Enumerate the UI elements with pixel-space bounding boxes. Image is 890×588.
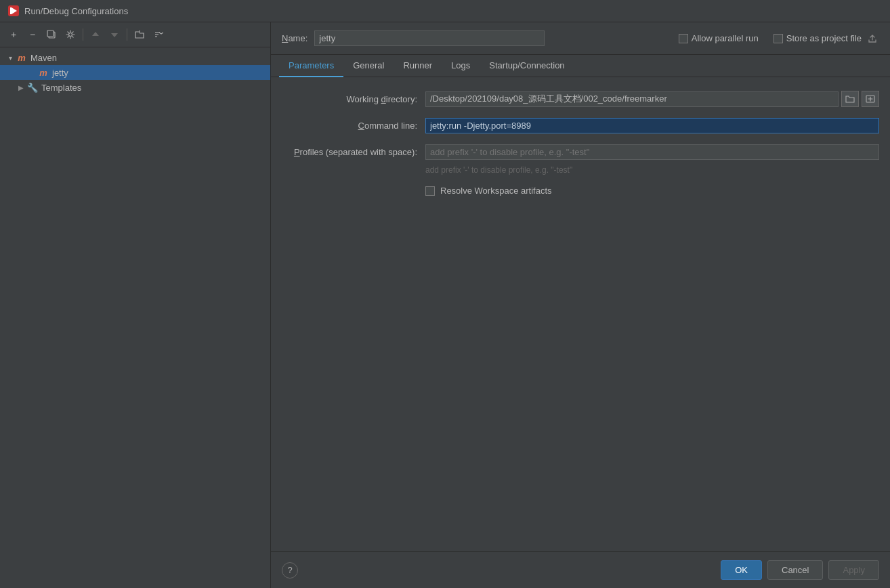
resolve-workspace-label: Resolve Workspace artifacts xyxy=(440,186,552,196)
apply-button[interactable]: Apply xyxy=(828,560,879,580)
profiles-row: Profiles (separated with space): xyxy=(282,144,879,160)
app-icon xyxy=(8,5,19,16)
name-field-label: Name: xyxy=(282,33,308,43)
parameters-content: Working directory: xyxy=(271,77,890,551)
allow-parallel-wrap: Allow parallel run xyxy=(679,33,759,43)
tree-item-templates[interactable]: ▶ 🔧 Templates xyxy=(0,80,270,95)
profiles-hint: add prefix '-' to disable profile, e.g. … xyxy=(282,165,879,175)
svg-marker-6 xyxy=(111,33,118,37)
sort-button[interactable] xyxy=(150,26,167,43)
maven-icon: m xyxy=(16,52,27,63)
left-panel: + − xyxy=(0,22,271,588)
working-directory-input[interactable] xyxy=(425,91,839,107)
toolbar: + − xyxy=(0,22,270,47)
tab-logs[interactable]: Logs xyxy=(442,55,480,77)
help-button[interactable]: ? xyxy=(282,562,298,579)
wrench-icon: 🔧 xyxy=(27,82,38,93)
allow-parallel-checkbox[interactable] xyxy=(679,34,688,43)
browse-folder-button[interactable] xyxy=(841,91,859,107)
settings-button[interactable] xyxy=(62,26,79,43)
svg-point-4 xyxy=(69,33,72,37)
svg-rect-3 xyxy=(47,30,54,37)
command-line-input[interactable] xyxy=(425,118,879,133)
right-panel: Name: Allow parallel run Store as projec… xyxy=(271,22,890,588)
move-up-button[interactable] xyxy=(87,26,104,43)
working-directory-row: Working directory: xyxy=(282,91,879,107)
folder-button[interactable] xyxy=(131,26,148,43)
maven-arrow: ▾ xyxy=(5,53,15,62)
separator-1 xyxy=(83,28,83,41)
copy-button[interactable] xyxy=(43,26,60,43)
profiles-label: Profiles (separated with space): xyxy=(282,147,417,157)
maven-label: Maven xyxy=(30,53,57,63)
remove-button[interactable]: − xyxy=(24,26,41,43)
allow-parallel-label: Allow parallel run xyxy=(692,33,759,43)
separator-2 xyxy=(127,28,127,41)
working-directory-label: Working directory: xyxy=(282,94,417,104)
working-directory-input-wrap xyxy=(425,91,879,107)
content-area: + − xyxy=(0,22,890,588)
command-line-row: Command line: xyxy=(282,118,879,133)
add-button[interactable]: + xyxy=(5,26,22,43)
store-project-label: Store as project file xyxy=(786,33,862,43)
tab-parameters[interactable]: Parameters xyxy=(279,55,343,77)
tree-item-maven[interactable]: ▾ m Maven xyxy=(0,50,270,65)
tree-area: ▾ m Maven m jetty ▶ xyxy=(0,47,270,588)
profiles-input[interactable] xyxy=(425,144,879,160)
tabs-row: Parameters General Runner Logs Startup/C… xyxy=(271,55,890,77)
cancel-button[interactable]: Cancel xyxy=(767,560,823,580)
browse-macro-button[interactable] xyxy=(862,91,879,107)
tab-general[interactable]: General xyxy=(343,55,394,77)
ok-button[interactable]: OK xyxy=(721,560,762,580)
move-down-button[interactable] xyxy=(106,26,123,43)
jetty-icon: m xyxy=(38,67,49,78)
title-bar: Run/Debug Configurations xyxy=(0,0,890,22)
svg-rect-1 xyxy=(10,7,12,14)
tab-runner[interactable]: Runner xyxy=(394,55,442,77)
command-line-label: Command line: xyxy=(282,121,417,131)
parallel-area: Allow parallel run Store as project file xyxy=(679,32,879,45)
resolve-workspace-checkbox[interactable] xyxy=(425,186,435,196)
store-project-wrap: Store as project file xyxy=(774,33,862,43)
tree-item-jetty[interactable]: m jetty xyxy=(0,65,270,80)
store-project-checkbox[interactable] xyxy=(774,34,783,43)
resolve-workspace-row: Resolve Workspace artifacts xyxy=(282,186,879,196)
dialog-title: Run/Debug Configurations xyxy=(24,6,128,16)
svg-marker-0 xyxy=(12,7,17,14)
name-input[interactable] xyxy=(314,30,545,46)
run-debug-dialog: Run/Debug Configurations + − xyxy=(0,0,890,588)
tab-startup-connection[interactable]: Startup/Connection xyxy=(480,55,574,77)
name-row: Name: Allow parallel run Store as projec… xyxy=(271,22,890,55)
templates-label: Templates xyxy=(41,83,81,93)
jetty-arrow xyxy=(27,68,37,77)
svg-marker-5 xyxy=(92,32,99,36)
share-icon-button[interactable] xyxy=(866,32,879,45)
jetty-label: jetty xyxy=(52,68,68,78)
bottom-bar: ? OK Cancel Apply xyxy=(271,551,890,588)
templates-arrow: ▶ xyxy=(16,83,26,92)
